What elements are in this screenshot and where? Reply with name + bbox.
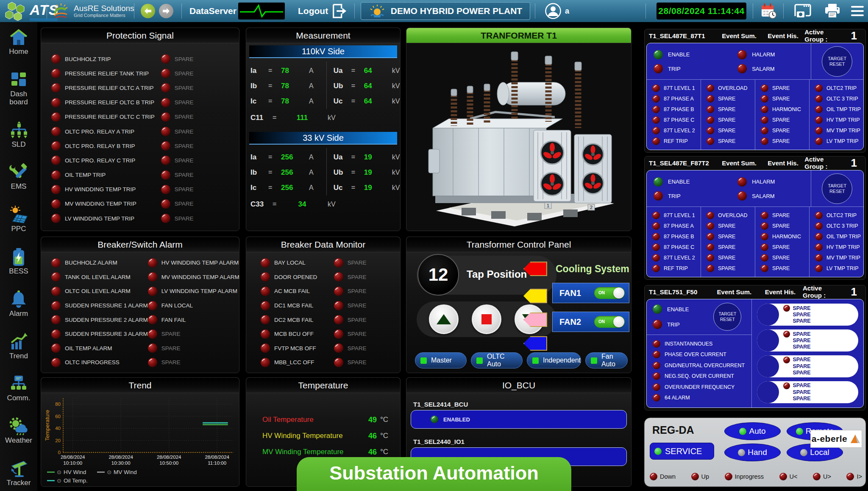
output-group-dial [757, 355, 779, 377]
legend-item[interactable]: ⊙Oil Temp. [47, 476, 88, 485]
event-summary-button[interactable]: Event Sum. [717, 32, 762, 39]
sidebar-item-bess[interactable]: BESS [0, 248, 37, 275]
menu-button[interactable] [851, 0, 864, 22]
forward-button[interactable] [159, 4, 173, 18]
mode-independent-button[interactable]: Independent [527, 352, 581, 368]
measurement-key: Uc [334, 184, 351, 192]
led-indicator [334, 272, 343, 282]
event-history-button[interactable]: Event His. [762, 32, 804, 39]
measurement-key: Ic [250, 97, 268, 106]
relay-signal-row: SPARE [707, 137, 755, 145]
measurement-row: Ib=78A [250, 78, 326, 94]
fan1-toggle[interactable]: ON [594, 287, 625, 299]
temperature-row: Oil Temperature 49 °C [262, 412, 388, 428]
signal-row: SPARE [161, 153, 236, 167]
relay-status-cell: ENABLE [654, 175, 737, 189]
sidebar-item-home[interactable]: Home [0, 28, 37, 56]
measurement-key: C11 [250, 114, 273, 122]
sidebar-item-sld[interactable]: SLD [0, 121, 37, 148]
relay-signal-row: 87 PHASE A [652, 95, 701, 103]
signal-row: SPARE [161, 66, 236, 81]
regda-mode-button[interactable]: Auto [724, 422, 781, 440]
mode-fan-auto-button[interactable]: Fan Auto [585, 352, 628, 368]
monitor-row: MBB_LCC OFF [261, 355, 334, 370]
led-indicator [654, 50, 663, 59]
led-indicator [707, 95, 714, 103]
logout-label[interactable]: Logout [298, 6, 328, 16]
panel-protection-signal: Protection Signal BUCHHOLZ TRIPPRESSURE … [41, 28, 239, 231]
led-indicator [815, 265, 823, 272]
monitor-label: SPARE [348, 259, 367, 266]
sidebar-item-tracker[interactable]: Tracker [0, 459, 37, 487]
event-summary-button[interactable]: Event Sum. [711, 288, 758, 296]
datetime-display: 28/08/2024 11:14:44 [657, 3, 746, 20]
regda-mode-label: Auto [749, 427, 765, 436]
tap-stop-button[interactable] [472, 304, 501, 334]
logout-icon[interactable] [331, 0, 347, 22]
home-icon [9, 28, 28, 47]
alarm-label: OLTC OIL LEVEL ALARM [65, 288, 131, 294]
led-indicator [815, 84, 823, 92]
led-indicator [738, 449, 745, 456]
led-indicator [761, 127, 768, 134]
signal-label: SPARE [175, 85, 194, 91]
temperature-label: MV Winding Temperature [262, 448, 360, 456]
print-button[interactable] [824, 0, 841, 22]
sidebar-item-comm[interactable]: Comm. [0, 374, 37, 402]
calendar-button[interactable] [760, 0, 777, 22]
brand-tagline: Grid Compliance Matters [74, 13, 134, 18]
relay-name: T1_SEL487E_F87T2 [649, 159, 717, 167]
event-summary-button[interactable]: Event Sum. [717, 159, 762, 167]
output-label: SPARE [783, 363, 810, 370]
event-history-button[interactable]: Event His. [762, 159, 804, 167]
sidebar-label: Dash board [2, 90, 36, 106]
svg-text:80: 80 [55, 402, 61, 407]
sidebar-item-ppc[interactable]: PPC [0, 205, 37, 233]
datetime-text: 28/08/2024 11:14:44 [658, 6, 744, 16]
target-reset-button[interactable]: TARGET RESET [713, 303, 741, 331]
svg-text:2: 2 [590, 205, 593, 210]
green-square-led [532, 357, 539, 364]
measurement-value: 19 [364, 184, 392, 192]
sidebar-item-trend[interactable]: Trend [0, 332, 37, 360]
target-reset-button[interactable]: TARGET RESET [822, 46, 852, 77]
sidebar-item-weather[interactable]: Weather [0, 417, 37, 444]
regda-mode-button[interactable]: Hand [724, 444, 781, 461]
panel-breaker-switch-alarm: Breaker/Switch Alarm BUCHHOLZ ALARMTANK … [41, 237, 239, 373]
relay-status-cell: TRIP [653, 320, 680, 329]
relay-signal-row: OLTC 3 TRIP [815, 222, 863, 230]
sidebar-item-alarm[interactable]: Alarm [0, 290, 37, 318]
legend-item[interactable]: ⊙HV Wind [47, 468, 86, 476]
mode-oltc-auto-button[interactable]: OLTC Auto [471, 352, 523, 368]
legend-item[interactable]: ⊙MV Wind [97, 468, 137, 476]
monitor-row: SPARE [334, 299, 398, 313]
temperature-value: 46 [360, 448, 377, 457]
user-button[interactable]: a [545, 0, 569, 22]
relay-signal-row: SPARE [761, 243, 809, 251]
screenshot-button[interactable] [793, 0, 812, 22]
signal-row: PRESSURE RELIEF OLTC C TRIP [51, 110, 161, 124]
led-indicator [161, 83, 170, 92]
back-button[interactable] [141, 4, 155, 18]
alarm-row: MV WINDDING TEMP ALARM [148, 270, 239, 285]
sidebar-item-dashboard[interactable]: Dash board [0, 70, 37, 106]
signal-row: SPARE [161, 168, 236, 182]
single-line-diagram-icon [9, 121, 28, 139]
relay-signal-row: GND/NEUTRAL OVERCURRENT [653, 362, 751, 369]
mode-master-button[interactable]: Master [415, 352, 467, 368]
led-indicator [652, 95, 660, 103]
signal-row: OLTC PRO. RELAY B TRIP [51, 139, 161, 153]
fan2-toggle[interactable]: ON [594, 316, 625, 328]
measurement-row: Ub=64kV [334, 78, 413, 94]
relay-signal-label: SPARE [718, 234, 735, 240]
event-history-button[interactable]: Event His. [758, 288, 803, 296]
sidebar-item-ems[interactable]: EMS [0, 163, 37, 190]
measurement-unit: A [309, 169, 326, 176]
alarm-label: TANK OIL LEVEL ALARM [65, 274, 131, 280]
relay-signal-label: SPARE [772, 212, 790, 218]
tap-raise-button[interactable] [429, 304, 459, 334]
service-button[interactable]: SERVICE [650, 443, 714, 460]
mode-label: OLTC Auto [487, 353, 517, 368]
target-reset-button[interactable]: TARGET RESET [822, 173, 852, 204]
relay-signal-label: SPARE [772, 96, 790, 102]
